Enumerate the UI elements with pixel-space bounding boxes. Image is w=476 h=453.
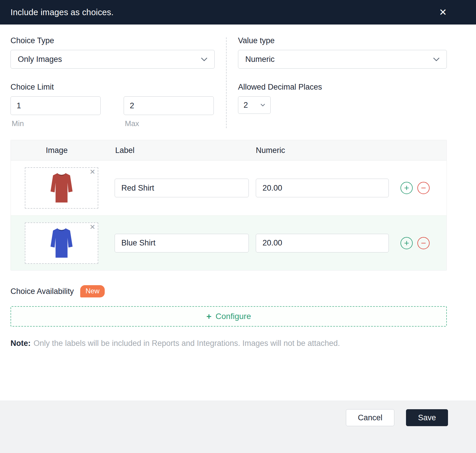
choice-limit-max-input[interactable] <box>124 96 214 115</box>
chevron-down-icon <box>201 58 207 61</box>
chevron-down-icon <box>433 58 440 61</box>
add-choice-button[interactable]: + <box>400 182 413 194</box>
new-badge: New <box>80 285 105 297</box>
image-choices-modal: Include images as choices. ✕ Choice Type… <box>0 0 476 453</box>
remove-choice-button[interactable]: − <box>417 182 430 194</box>
remove-image-icon[interactable]: ✕ <box>90 168 95 175</box>
column-header-label: Label <box>115 146 134 155</box>
choice-image-dropzone[interactable]: ✕ <box>25 167 98 209</box>
note-text: Note:Only the labels will be included in… <box>10 339 447 348</box>
plus-icon: + <box>206 311 212 321</box>
table-header: Image Label Numeric <box>11 140 447 161</box>
close-icon[interactable]: ✕ <box>439 8 447 17</box>
note-prefix: Note: <box>10 339 31 348</box>
choice-image-dropzone[interactable]: ✕ <box>25 222 98 264</box>
decimal-places-select[interactable]: 2 <box>238 96 271 114</box>
remove-image-icon[interactable]: ✕ <box>90 224 95 231</box>
value-type-value: Numeric <box>245 55 275 64</box>
choice-availability-label: Choice Availability <box>10 287 74 296</box>
min-caption: Min <box>10 119 101 128</box>
choice-label-input[interactable] <box>115 179 249 197</box>
row-actions: + − <box>400 182 430 194</box>
max-caption: Max <box>124 119 214 128</box>
red-shirt-image <box>46 170 77 205</box>
value-type-column: Value type Numeric Allowed Decimal Place… <box>238 36 447 128</box>
column-header-numeric: Numeric <box>256 146 285 155</box>
choice-type-value: Only Images <box>18 55 62 64</box>
choice-label-input[interactable] <box>115 234 249 252</box>
modal-footer: Cancel Save <box>0 400 476 453</box>
blue-shirt-image <box>46 226 77 261</box>
row-actions: + − <box>400 237 430 249</box>
save-button[interactable]: Save <box>406 409 448 426</box>
value-type-label: Value type <box>238 36 447 45</box>
choice-limit-captions: Min Max <box>10 119 215 128</box>
table-row: ✕ + − <box>11 161 447 215</box>
decimal-places-value: 2 <box>244 101 248 110</box>
remove-choice-button[interactable]: − <box>417 237 430 249</box>
value-type-select[interactable]: Numeric <box>238 50 447 69</box>
vertical-divider <box>226 37 227 128</box>
choice-type-select[interactable]: Only Images <box>10 50 215 69</box>
choice-type-column: Choice Type Only Images Choice Limit Min… <box>10 36 215 128</box>
choice-limit-label: Choice Limit <box>10 83 215 92</box>
modal-body: Choice Type Only Images Choice Limit Min… <box>0 25 476 348</box>
cancel-button[interactable]: Cancel <box>346 409 394 426</box>
choice-numeric-input[interactable] <box>256 234 389 252</box>
top-form-grid: Choice Type Only Images Choice Limit Min… <box>10 36 447 128</box>
modal-header: Include images as choices. ✕ <box>0 0 476 25</box>
choice-type-label: Choice Type <box>10 36 215 45</box>
configure-button-label: Configure <box>216 312 251 321</box>
table-row: ✕ + − <box>11 215 447 270</box>
column-header-image: Image <box>46 146 68 155</box>
configure-button[interactable]: + Configure <box>10 306 447 327</box>
note-body: Only the labels will be included in Repo… <box>34 339 340 348</box>
choice-availability-section: Choice Availability New <box>10 285 447 297</box>
choice-numeric-input[interactable] <box>256 179 389 197</box>
choices-table: Image Label Numeric ✕ + − <box>10 140 447 271</box>
choice-limit-inputs <box>10 96 215 115</box>
decimal-places-label: Allowed Decimal Places <box>238 83 447 92</box>
choice-limit-min-input[interactable] <box>10 96 101 115</box>
chevron-down-icon <box>260 104 265 107</box>
add-choice-button[interactable]: + <box>400 237 413 249</box>
modal-title: Include images as choices. <box>10 8 113 17</box>
